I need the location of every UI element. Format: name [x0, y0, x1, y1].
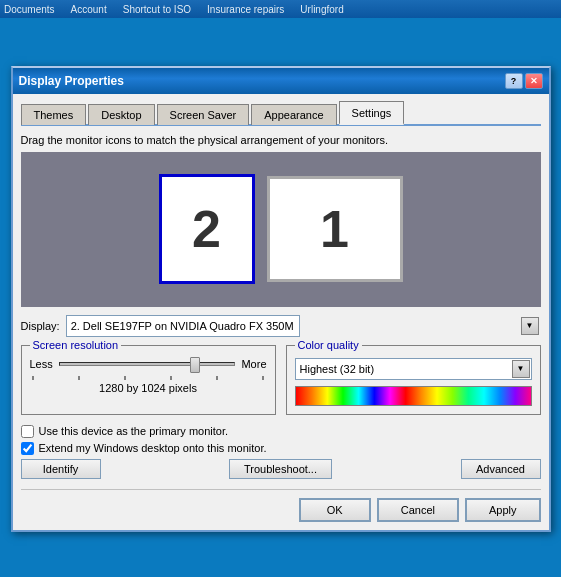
tab-screensaver[interactable]: Screen Saver: [157, 104, 250, 125]
slider-dot: [170, 376, 172, 380]
tab-settings[interactable]: Settings: [339, 101, 405, 125]
display-row: Display: 2. Dell SE197FP on NVIDIA Quadr…: [21, 315, 541, 337]
apply-button[interactable]: Apply: [465, 498, 541, 522]
monitor-1[interactable]: 1: [267, 176, 403, 282]
action-buttons: Identify Troubleshoot... Advanced: [21, 459, 541, 479]
dialog-title: Display Properties: [19, 74, 505, 88]
resolution-slider-thumb[interactable]: [190, 357, 200, 373]
troubleshoot-button[interactable]: Troubleshoot...: [229, 459, 332, 479]
taskbar-item-account[interactable]: Account: [71, 4, 107, 15]
extend-desktop-label: Extend my Windows desktop onto this moni…: [39, 442, 267, 454]
identify-button[interactable]: Identify: [21, 459, 101, 479]
tab-themes[interactable]: Themes: [21, 104, 87, 125]
display-label: Display:: [21, 320, 60, 332]
display-dropdown-arrow: ▼: [521, 317, 539, 335]
tab-desktop[interactable]: Desktop: [88, 104, 154, 125]
instruction-text: Drag the monitor icons to match the phys…: [21, 134, 541, 146]
dialog-content: Themes Desktop Screen Saver Appearance S…: [13, 94, 549, 530]
taskbar: Documents Account Shortcut to ISO Insura…: [0, 0, 561, 18]
resolution-slider-row: Less More: [30, 358, 267, 370]
close-button[interactable]: ✕: [525, 73, 543, 89]
display-properties-dialog: Display Properties ? ✕ Themes Desktop Sc…: [11, 66, 551, 532]
extend-desktop-checkbox[interactable]: [21, 442, 34, 455]
slider-dot: [216, 376, 218, 380]
slider-dots: [30, 374, 267, 382]
display-select[interactable]: 2. Dell SE197FP on NVIDIA Quadro FX 350M: [66, 315, 300, 337]
color-quality-group: Color quality Highest (32 bit) ▼: [286, 345, 541, 415]
tab-appearance[interactable]: Appearance: [251, 104, 336, 125]
monitor-area: 2 1: [21, 152, 541, 307]
taskbar-item-urlingford[interactable]: Urlingford: [300, 4, 343, 15]
resolution-slider-track[interactable]: [59, 362, 236, 366]
slider-dot: [262, 376, 264, 380]
monitor-2[interactable]: 2: [159, 174, 255, 284]
help-button[interactable]: ?: [505, 73, 523, 89]
extend-desktop-row: Extend my Windows desktop onto this moni…: [21, 442, 541, 455]
primary-monitor-checkbox[interactable]: [21, 425, 34, 438]
title-bar: Display Properties ? ✕: [13, 68, 549, 94]
color-quality-select[interactable]: Highest (32 bit): [295, 358, 532, 380]
color-bar: [295, 386, 532, 406]
advanced-button[interactable]: Advanced: [461, 459, 541, 479]
screen-resolution-group: Screen resolution Less More 1280 by: [21, 345, 276, 415]
primary-monitor-row: Use this device as the primary monitor.: [21, 425, 541, 438]
ok-row: OK Cancel Apply: [21, 489, 541, 522]
ok-button[interactable]: OK: [299, 498, 371, 522]
less-label: Less: [30, 358, 53, 370]
color-group-label: Color quality: [295, 339, 362, 351]
cancel-button[interactable]: Cancel: [377, 498, 459, 522]
primary-monitor-label: Use this device as the primary monitor.: [39, 425, 229, 437]
more-label: More: [241, 358, 266, 370]
display-select-wrapper: 2. Dell SE197FP on NVIDIA Quadro FX 350M…: [66, 315, 541, 337]
slider-dot: [78, 376, 80, 380]
resolution-value: 1280 by 1024 pixels: [30, 382, 267, 394]
settings-row: Screen resolution Less More 1280 by: [21, 345, 541, 415]
taskbar-item-documents[interactable]: Documents: [4, 4, 55, 15]
taskbar-item-insurance[interactable]: Insurance repairs: [207, 4, 284, 15]
color-select-wrapper: Highest (32 bit) ▼: [295, 358, 532, 380]
slider-dot: [124, 376, 126, 380]
resolution-group-label: Screen resolution: [30, 339, 122, 351]
taskbar-item-iso[interactable]: Shortcut to ISO: [123, 4, 191, 15]
tabs: Themes Desktop Screen Saver Appearance S…: [21, 100, 541, 126]
title-bar-buttons: ? ✕: [505, 73, 543, 89]
slider-dot: [32, 376, 34, 380]
